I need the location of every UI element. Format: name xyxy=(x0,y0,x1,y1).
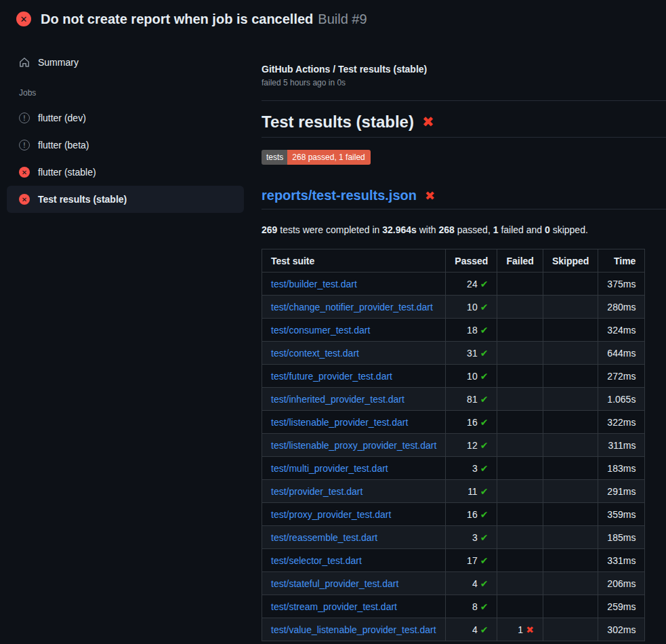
report-heading: reports/test-results.json ✖ xyxy=(262,188,666,209)
failed-cell xyxy=(497,457,543,480)
report-file-link[interactable]: reports/test-results.json xyxy=(262,188,417,203)
table-column-header: Time xyxy=(598,249,645,273)
suite-cell: test/context_test.dart xyxy=(262,342,446,365)
green-check-mark-icon: ✔ xyxy=(480,302,488,313)
skipped-cell xyxy=(543,365,598,388)
suite-link[interactable]: test/provider_test.dart xyxy=(271,486,362,497)
suite-cell: test/reassemble_test.dart xyxy=(262,526,446,549)
green-check-mark-icon: ✔ xyxy=(480,463,488,474)
failed-cell xyxy=(497,480,543,503)
sidebar-job-label: flutter (beta) xyxy=(38,140,89,150)
failed-cell xyxy=(497,342,543,365)
run-status-line: failed 5 hours ago in 0s xyxy=(262,78,666,87)
failed-cell xyxy=(497,572,543,595)
passed-cell-value: 16 xyxy=(467,509,478,520)
suite-cell: test/future_provider_test.dart xyxy=(262,365,446,388)
green-check-mark-icon: ✔ xyxy=(480,578,488,589)
suite-link[interactable]: test/context_test.dart xyxy=(271,348,359,359)
suite-link[interactable]: test/selector_test.dart xyxy=(271,555,362,566)
sidebar-jobs-heading: Jobs xyxy=(7,76,244,104)
tests-badge-value: 268 passed, 1 failed xyxy=(287,150,370,165)
neutral-status-icon: ! xyxy=(19,113,30,123)
summary-part: tests were completed in xyxy=(277,224,382,235)
table-row: test/builder_test.dart24✔375ms xyxy=(262,273,645,296)
skipped-cell xyxy=(543,572,598,595)
sidebar-job-item[interactable]: !flutter (dev) xyxy=(7,104,244,132)
suite-link[interactable]: test/listenable_provider_test.dart xyxy=(271,417,408,428)
failed-cell xyxy=(497,388,543,411)
suite-link[interactable]: test/builder_test.dart xyxy=(271,279,357,289)
green-check-mark-icon: ✔ xyxy=(480,486,488,497)
sidebar-job-item[interactable]: ✕flutter (stable) xyxy=(7,159,244,186)
green-check-mark-icon: ✔ xyxy=(480,394,488,405)
suite-link[interactable]: test/multi_provider_test.dart xyxy=(271,463,388,474)
table-row: test/stateful_provider_test.dart4✔206ms xyxy=(262,572,645,595)
failed-cell-value: 1 xyxy=(518,624,523,635)
red-cross-mark-icon: ✖ xyxy=(425,188,435,203)
failed-cell xyxy=(497,296,543,319)
table-row: test/reassemble_test.dart3✔185ms xyxy=(262,526,645,549)
suite-link[interactable]: test/proxy_provider_test.dart xyxy=(271,509,391,520)
sidebar-item-summary[interactable]: Summary xyxy=(7,49,244,76)
passed-cell-value: 16 xyxy=(467,417,478,428)
passed-cell-value: 12 xyxy=(467,440,478,451)
failed-cell xyxy=(497,319,543,342)
table-row: test/provider_test.dart11✔291ms xyxy=(262,480,645,503)
green-check-mark-icon: ✔ xyxy=(480,555,488,566)
suite-link[interactable]: test/reassemble_test.dart xyxy=(271,532,377,543)
table-column-header: Passed xyxy=(446,249,497,273)
green-check-mark-icon: ✔ xyxy=(480,325,488,336)
skipped-cell xyxy=(543,296,598,319)
skipped-cell xyxy=(543,480,598,503)
table-row: test/proxy_provider_test.dart16✔359ms xyxy=(262,503,645,526)
table-column-header: Failed xyxy=(497,249,543,273)
time-cell: 183ms xyxy=(598,457,645,480)
passed-cell: 4✔ xyxy=(446,572,497,595)
suite-link[interactable]: test/stream_provider_test.dart xyxy=(271,601,397,612)
suite-cell: test/value_listenable_provider_test.dart xyxy=(262,618,446,641)
test-summary-sentence: 269 tests were completed in 32.964s with… xyxy=(262,224,666,235)
suite-link[interactable]: test/stateful_provider_test.dart xyxy=(271,578,398,589)
tests-badge-label: tests xyxy=(262,150,287,165)
passed-cell: 4✔ xyxy=(446,618,497,641)
header-divider xyxy=(262,100,666,101)
suite-link[interactable]: test/consumer_test.dart xyxy=(271,325,370,336)
skipped-cell xyxy=(543,273,598,296)
suite-link[interactable]: test/future_provider_test.dart xyxy=(271,371,392,382)
x-circle-fill-icon: ✕ xyxy=(19,167,30,178)
failed-cell: 1✖ xyxy=(497,618,543,641)
suite-cell: test/stateful_provider_test.dart xyxy=(262,572,446,595)
sidebar-job-item[interactable]: !flutter (beta) xyxy=(7,132,244,159)
green-check-mark-icon: ✔ xyxy=(480,624,488,635)
sidebar-summary-label: Summary xyxy=(38,57,79,68)
suite-link[interactable]: test/change_notifier_provider_test.dart xyxy=(271,302,433,313)
time-cell: 331ms xyxy=(598,549,645,572)
suite-link[interactable]: test/listenable_proxy_provider_test.dart xyxy=(271,440,436,451)
build-number: Build #9 xyxy=(318,12,367,27)
failed-cell xyxy=(497,434,543,457)
green-check-mark-icon: ✔ xyxy=(480,417,488,428)
summary-part: passed, xyxy=(455,224,493,235)
suite-cell: test/proxy_provider_test.dart xyxy=(262,503,446,526)
sidebar-job-item[interactable]: ✕Test results (stable) xyxy=(7,186,244,213)
passed-cell: 3✔ xyxy=(446,457,497,480)
section-title: Test results (stable) xyxy=(262,113,414,132)
passed-cell-value: 4 xyxy=(472,578,478,589)
time-cell: 1.065s xyxy=(598,388,645,411)
suite-link[interactable]: test/value_listenable_provider_test.dart xyxy=(271,624,436,635)
passed-cell: 10✔ xyxy=(446,296,497,319)
summary-part: 0 xyxy=(545,224,550,235)
sidebar: Summary Jobs !flutter (dev)!flutter (bet… xyxy=(0,38,249,213)
passed-cell-value: 17 xyxy=(467,555,478,566)
table-row: test/future_provider_test.dart10✔272ms xyxy=(262,365,645,388)
suite-link[interactable]: test/inherited_provider_test.dart xyxy=(271,394,404,405)
suite-cell: test/stream_provider_test.dart xyxy=(262,595,446,618)
skipped-cell xyxy=(543,618,598,641)
skipped-cell xyxy=(543,549,598,572)
summary-part: 269 xyxy=(262,224,277,235)
table-column-header: Skipped xyxy=(543,249,598,273)
summary-part: 268 xyxy=(439,224,455,235)
suite-cell: test/listenable_proxy_provider_test.dart xyxy=(262,434,446,457)
skipped-cell xyxy=(543,342,598,365)
neutral-status-icon: ! xyxy=(19,140,30,150)
